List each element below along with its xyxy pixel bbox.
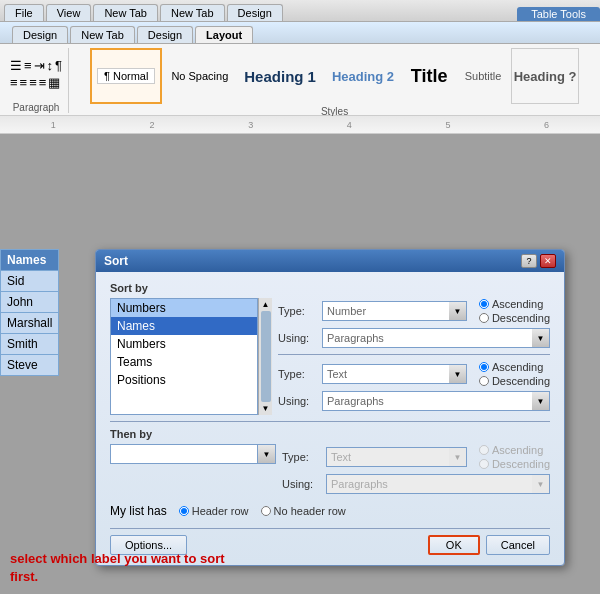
descending-label-1: Descending [492,312,550,324]
type-label-2: Type: [278,368,318,380]
ascending-radio-1[interactable]: Ascending [479,298,550,310]
listbox-item-names[interactable]: Names [111,317,257,335]
title-text: Title [411,66,448,87]
sort-icon[interactable]: ↕ [47,58,54,73]
tab-table-design2[interactable]: Design [137,26,193,43]
using-row-1: Using: Paragraphs ▼ [278,328,550,348]
list-number-icon[interactable]: ≡ [24,58,32,73]
tab-file[interactable]: File [4,4,44,21]
dialog-close-button[interactable]: ✕ [540,254,556,268]
no-header-row-input[interactable] [261,506,271,516]
ruler: 1 2 3 4 5 6 [0,116,600,134]
listbox-item-positions[interactable]: Positions [111,371,257,389]
table-row: Steve [1,355,59,376]
type-select-1[interactable]: Number [322,301,449,321]
dialog-window-controls: ? ✕ [521,254,556,268]
style-title[interactable]: Title [403,48,455,104]
shading-icon[interactable]: ▦ [48,75,60,90]
listbox-item-numbers2[interactable]: Numbers [111,335,257,353]
tab-newtab1[interactable]: New Tab [93,4,158,21]
table-row: John [1,292,59,313]
subtitle-text: Subtitle [465,70,502,82]
document-area: Names Sid John Marshall Smith Steve labe… [0,134,600,594]
document-table: Names Sid John Marshall Smith Steve [0,249,59,376]
style-normal[interactable]: ¶ Normal [90,48,162,104]
using-select-2-arrow[interactable]: ▼ [532,391,550,411]
then-by-type-container: Text ▼ [326,447,467,467]
style-heading2[interactable]: Heading 2 [325,48,401,104]
descending-radio-input-2[interactable] [479,376,489,386]
ascending-radio-input-1[interactable] [479,299,489,309]
listbox-scrollbar[interactable]: ▲ ▼ [258,298,272,415]
using-select-1-arrow[interactable]: ▼ [532,328,550,348]
type-row-2: Type: Text ▼ Ascending [278,361,550,387]
cancel-button[interactable]: Cancel [486,535,550,555]
then-by-dropdown[interactable] [110,444,258,464]
instruction-line2: first. [10,569,38,584]
type-select-1-arrow[interactable]: ▼ [449,301,467,321]
ascending-label-1: Ascending [492,298,543,310]
align-center-icon[interactable]: ≡ [20,75,28,90]
align-left-icon[interactable]: ≡ [10,75,18,90]
listbox-item-numbers-top[interactable]: Numbers [111,299,257,317]
ascending-radio-2[interactable]: Ascending [479,361,550,373]
listbox-item-teams[interactable]: Teams [111,353,257,371]
divider-2 [110,421,550,422]
table-row: Sid [1,271,59,292]
tab-table-design[interactable]: Design [12,26,68,43]
type-select-2[interactable]: Text [322,364,449,384]
justify-icon[interactable]: ≡ [39,75,47,90]
then-by-dropdown-arrow[interactable]: ▼ [258,444,276,464]
order-radio-group-2: Ascending Descending [479,361,550,387]
using-select-2[interactable]: Paragraphs [322,391,532,411]
paragraph-label: Paragraph [13,102,60,113]
tab-table-newtab[interactable]: New Tab [70,26,135,43]
then-by-type-arrow: ▼ [449,447,467,467]
sort-listbox-wrapper: Numbers Names Numbers Teams Positions ▲ … [110,298,272,415]
type-select-2-arrow[interactable]: ▼ [449,364,467,384]
using-select-1-container: Paragraphs ▼ [322,328,550,348]
tab-view[interactable]: View [46,4,92,21]
table-header-names: Names [1,250,59,271]
header-row-input[interactable] [179,506,189,516]
using-select-2-container: Paragraphs ▼ [322,391,550,411]
ribbon-tab-bar: File View New Tab New Tab Design Table T… [0,0,600,22]
using-select-1[interactable]: Paragraphs [322,328,532,348]
type-select-2-container: Text ▼ [322,364,467,384]
align-right-icon[interactable]: ≡ [29,75,37,90]
dialog-title: Sort [104,254,128,268]
pilcrow-icon[interactable]: ¶ [55,58,62,73]
table-row: Marshall [1,313,59,334]
ascending-label-2: Ascending [492,361,543,373]
dialog-help-button[interactable]: ? [521,254,537,268]
no-spacing-text: No Spacing [171,70,228,82]
then-by-using-row: Using: Paragraphs ▼ [282,474,550,494]
ascending-radio-input-2[interactable] [479,362,489,372]
ok-button[interactable]: OK [428,535,480,555]
then-by-using-container: Paragraphs ▼ [326,474,550,494]
header-row-radio[interactable]: Header row [179,505,249,517]
table-row: Smith [1,334,59,355]
then-by-type-row: Type: Text ▼ Ascending [282,444,550,470]
tab-table-layout[interactable]: Layout [195,26,253,43]
list-bullet-icon[interactable]: ☰ [10,58,22,73]
then-by-desc-label: Descending [492,458,550,470]
then-by-using-label: Using: [282,478,322,490]
style-subtitle[interactable]: Subtitle [457,48,509,104]
style-heading1[interactable]: Heading 1 [237,48,323,104]
style-no-spacing[interactable]: No Spacing [164,48,235,104]
then-by-type-label: Type: [282,451,322,463]
tab-design[interactable]: Design [227,4,283,21]
type-label-1: Type: [278,305,318,317]
descending-radio-input-1[interactable] [479,313,489,323]
content-area: File View New Tab New Tab Design Table T… [0,0,600,600]
no-header-row-radio[interactable]: No header row [261,505,346,517]
heading-badge-btn[interactable]: Heading ? [511,48,579,104]
tab-newtab2[interactable]: New Tab [160,4,225,21]
descending-radio-2[interactable]: Descending [479,375,550,387]
descending-radio-1[interactable]: Descending [479,312,550,324]
then-by-asc-label: Ascending [492,444,543,456]
indent-icon[interactable]: ⇥ [34,58,45,73]
then-by-order-group: Ascending Descending [479,444,550,470]
header-row-label: Header row [192,505,249,517]
